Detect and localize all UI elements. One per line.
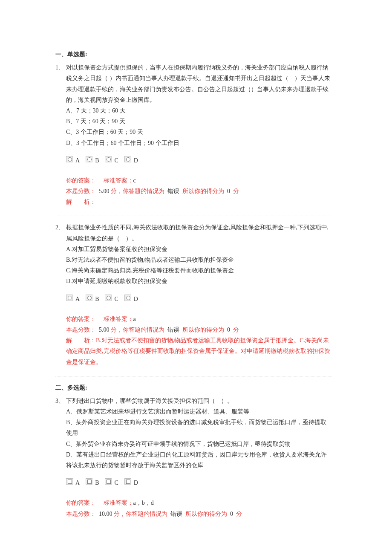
q2-status: 错误	[167, 327, 179, 333]
section-1-title: 一、单选题:	[55, 49, 332, 60]
q2-std-answer: a	[133, 316, 136, 322]
question-2: 2、 根据担保业务性质的不同,海关依法收取的担保资金分为保证金,风险担保金和抵押…	[55, 222, 332, 370]
score-suffix: 所以你的得分为	[182, 188, 224, 194]
q1-radio-row: A B C D	[66, 153, 332, 166]
q3-check-d: D	[134, 475, 138, 488]
q2-option-c: C.海关尚未确定商品归类,完税价格等征税要件而收取的担保资金	[66, 265, 332, 276]
explanation-label: 解 析：	[66, 199, 96, 205]
your-answer-label: 你的答案：	[66, 316, 96, 322]
q1-status: 错误	[167, 188, 179, 194]
q3-options: A、俄罗斯某艺术团来华进行文艺演出而暂时运进器材、道具、服装等 B、某外商投资企…	[66, 406, 332, 471]
score-unit: 分，你答题的情况为	[114, 511, 167, 517]
radio-icon[interactable]	[105, 295, 112, 301]
radio-icon[interactable]	[66, 156, 73, 162]
std-answer-label: 标准答案：	[104, 500, 133, 506]
q1-option-d: D、3 个工作日；60 个工作日；90 个工作日	[66, 138, 332, 148]
radio-icon[interactable]	[124, 156, 131, 162]
q2-radio-d: D	[134, 291, 138, 304]
checkbox-icon[interactable]	[124, 478, 131, 485]
q3-check-b: B	[95, 475, 99, 488]
q2-radio-b: B	[95, 291, 99, 304]
section-2-title: 二、多选题:	[55, 382, 332, 393]
score-suffix: 所以你的得分为	[182, 327, 224, 333]
explanation-label: 解 析：	[66, 337, 96, 344]
q3-check-a: A	[75, 475, 80, 488]
divider	[55, 216, 332, 216]
q1-number: 1、	[55, 62, 66, 210]
q3-check-c: C	[114, 475, 118, 488]
q2-got: 0	[227, 327, 230, 333]
radio-icon[interactable]	[124, 295, 131, 301]
q1-text: 对以担保资金方式提供担保的，当事人在担保期内履行纳税义务的，海关业务部门应自纳税…	[66, 62, 332, 105]
q1-std-answer: c	[133, 177, 136, 184]
q2-radio-c: C	[114, 291, 118, 304]
q2-option-d: D.对申请延期缴纳税款收取的担保资金	[66, 276, 332, 286]
q2-radio-a: A	[75, 291, 80, 304]
radio-icon[interactable]	[86, 156, 92, 162]
q1-option-b: B、7 天；60 天；90 天	[66, 116, 332, 127]
checkbox-icon[interactable]	[105, 478, 112, 485]
radio-icon[interactable]	[66, 295, 73, 301]
q2-score-points: 5.00	[99, 327, 110, 333]
question-3: 3、 下列进出口货物中，哪些货物属于海关接受担保的范围（ ）。 A、俄罗斯某艺术…	[55, 396, 332, 522]
got-unit: 分	[233, 327, 239, 333]
q3-option-b: B、某外商投资企业正在向海关办理投资设备的进口减免税审批手续，而货物已运抵口岸，…	[66, 417, 332, 438]
q3-score-points: 10.00	[99, 511, 112, 517]
score-suffix: 所以你的得分为	[185, 511, 227, 517]
score-prefix: 本题分数：	[66, 327, 96, 333]
q3-text: 下列进出口货物中，哪些货物属于海关接受担保的范围（ ）。	[66, 396, 332, 406]
q1-radio-d: D	[134, 153, 138, 166]
score-prefix: 本题分数：	[66, 511, 96, 517]
q3-number: 3、	[55, 396, 66, 522]
q3-option-c: C、某外贸企业在尚未办妥许可证申领手续的情况下，货物已运抵口岸，亟待提取货物	[66, 439, 332, 449]
q3-got: 0	[230, 511, 233, 517]
q2-option-b: B.对无法或者不便扣留的货物,物品或者运输工具收取的担保资金	[66, 254, 332, 265]
q3-option-d: D、某有进出口经营权的生产企业进口的化工原料卸货后，因口岸无专用仓库，收货人要求…	[66, 449, 332, 471]
your-answer-label: 你的答案：	[66, 177, 96, 184]
q1-options: A、7 天；30 天；60 天 B、7 天；60 天；90 天 C、3 个工作日…	[66, 105, 332, 148]
your-answer-label: 你的答案：	[66, 500, 96, 506]
q2-options: A.对加工贸易货物备案征收的担保资金 B.对无法或者不便扣留的货物,物品或者运输…	[66, 244, 332, 287]
q1-got: 0	[227, 188, 230, 194]
divider	[55, 376, 332, 376]
q2-text: 根据担保业务性质的不同,海关依法收取的担保资金分为保证金,风险担保金和抵押金一种…	[66, 222, 332, 243]
q2-radio-row: A B C D	[66, 291, 332, 304]
q3-check-row: A B C D	[66, 475, 332, 488]
q1-answer-block: 你的答案： 标准答案：c 本题分数： 5.00 分，你答题的情况为 错误 所以你…	[66, 175, 332, 208]
q3-answer-block: 你的答案： 标准答案：a，b，d 本题分数： 10.00 分，你答题的情况为 错…	[66, 497, 332, 519]
got-unit: 分	[236, 511, 242, 517]
q2-explanation: B.对无法或者不便扣留的货物,物品或者运输工具收取的担保资金属于抵押金。C.海关…	[66, 337, 330, 365]
q1-score-points: 5.00	[99, 188, 110, 194]
q1-option-c: C、3 个工作日；60 天；90 天	[66, 127, 332, 137]
q3-option-a: A、俄罗斯某艺术团来华进行文艺演出而暂时运进器材、道具、服装等	[66, 406, 332, 417]
q2-number: 2、	[55, 222, 66, 370]
q1-radio-a: A	[75, 153, 80, 166]
checkbox-icon[interactable]	[86, 478, 92, 485]
got-unit: 分	[233, 188, 239, 194]
q1-radio-b: B	[95, 153, 99, 166]
score-prefix: 本题分数：	[66, 188, 96, 194]
checkbox-icon[interactable]	[66, 478, 73, 485]
question-1: 1、 对以担保资金方式提供担保的，当事人在担保期内履行纳税义务的，海关业务部门应…	[55, 62, 332, 210]
q3-status: 错误	[170, 511, 182, 517]
score-unit: 分，你答题的情况为	[111, 188, 164, 194]
radio-icon[interactable]	[105, 156, 112, 162]
radio-icon[interactable]	[86, 295, 92, 301]
q2-option-a: A.对加工贸易货物备案征收的担保资金	[66, 244, 332, 254]
score-unit: 分，你答题的情况为	[111, 327, 164, 333]
std-answer-label: 标准答案：	[104, 316, 133, 322]
q1-option-a: A、7 天；30 天；60 天	[66, 105, 332, 116]
q2-answer-block: 你的答案： 标准答案：a 本题分数： 5.00 分，你答题的情况为 错误 所以你…	[66, 314, 332, 367]
std-answer-label: 标准答案：	[104, 177, 133, 184]
page-root: 一、单选题: 1、 对以担保资金方式提供担保的，当事人在担保期内履行纳税义务的，…	[0, 0, 392, 555]
q1-radio-c: C	[114, 153, 118, 166]
q3-std-answer: a，b，d	[133, 500, 154, 506]
